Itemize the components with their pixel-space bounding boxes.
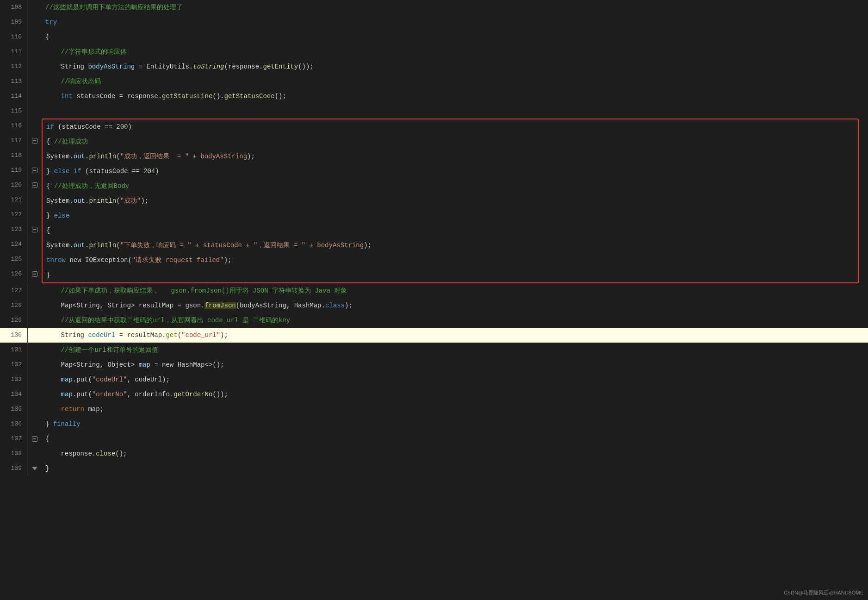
line-content-125: throw new IOException("请求失败 request fail… bbox=[43, 253, 858, 268]
ln-116: 116 bbox=[0, 119, 42, 133]
fold-icon-137[interactable] bbox=[32, 436, 37, 442]
ln-119: 119 bbox=[0, 163, 42, 178]
gutter-124 bbox=[28, 237, 42, 252]
code-editor: 108 //这些就是对调用下单方法的响应结果的处理了 109 try 110 {… bbox=[0, 0, 868, 600]
gutter-119[interactable] bbox=[28, 163, 42, 178]
gutter-125 bbox=[28, 252, 42, 267]
line-num-113: 113 bbox=[0, 74, 28, 89]
line-content-126: } bbox=[43, 268, 858, 282]
line-num-122: 122 bbox=[0, 207, 28, 222]
code-line-112: 112 String bodyAsString = EntityUtils.to… bbox=[0, 59, 868, 74]
line-num-138: 138 bbox=[0, 446, 28, 461]
gutter-122 bbox=[28, 207, 42, 222]
gutter-123[interactable] bbox=[28, 222, 42, 237]
fold-icon-119[interactable] bbox=[32, 168, 37, 173]
gutter-133 bbox=[28, 372, 42, 387]
line-content-134: map.put("orderNo", orderInfo.getOrderNo(… bbox=[42, 387, 868, 402]
comment-108: //这些就是对调用下单方法的响应结果的处理了 bbox=[45, 4, 183, 11]
line-content-139: } bbox=[42, 461, 868, 476]
gutter-135 bbox=[28, 402, 42, 417]
code-line-131: 131 //创建一个url和订单号的返回值 bbox=[0, 343, 868, 357]
line-num-130: 130 bbox=[0, 328, 28, 343]
code-line-109: 109 try bbox=[0, 15, 868, 30]
line-num-132: 132 bbox=[0, 357, 28, 372]
fold-icon-120[interactable] bbox=[32, 182, 37, 188]
gutter-136 bbox=[28, 417, 42, 431]
gutter-113 bbox=[28, 74, 42, 89]
line-content-121: System.out.println("成功"); bbox=[43, 194, 858, 208]
gutter-120[interactable] bbox=[28, 178, 42, 193]
ln-126: 126 bbox=[0, 267, 42, 281]
gutter-112 bbox=[28, 59, 42, 74]
gutter-114 bbox=[28, 89, 42, 104]
line-content-116: if (statusCode == 200) bbox=[43, 119, 858, 134]
code-line-130: 130 String codeUrl = resultMap.get("code… bbox=[0, 328, 868, 343]
gutter-134 bbox=[28, 387, 42, 402]
gutter-137[interactable] bbox=[28, 431, 42, 446]
line-num-109: 109 bbox=[0, 15, 28, 30]
gutter-115 bbox=[28, 104, 42, 119]
gutter-108 bbox=[28, 0, 42, 15]
gutter-139[interactable] bbox=[28, 461, 42, 476]
line-num-123: 123 bbox=[0, 222, 28, 237]
kw-try: try bbox=[45, 19, 57, 26]
gutter-117[interactable] bbox=[28, 133, 42, 148]
line-num-135: 135 bbox=[0, 402, 28, 417]
gutter-129 bbox=[28, 313, 42, 328]
fold-icon-123[interactable] bbox=[32, 227, 37, 232]
line-num-139: 139 bbox=[0, 461, 28, 476]
line-content-120: { //处理成功，无返回Body bbox=[43, 179, 858, 194]
code-line-138: 138 response.close(); bbox=[0, 446, 868, 461]
code-line-139: 139 } bbox=[0, 461, 868, 476]
line-num-110: 110 bbox=[0, 30, 28, 44]
line-num-111: 111 bbox=[0, 44, 28, 59]
ln-117: 117 bbox=[0, 133, 42, 148]
line-num-118: 118 bbox=[0, 148, 28, 163]
code-line-136: 136 } finally bbox=[0, 417, 868, 431]
code-line-108: 108 //这些就是对调用下单方法的响应结果的处理了 bbox=[0, 0, 868, 15]
line-content-109: try bbox=[42, 15, 868, 30]
line-num-133: 133 bbox=[0, 372, 28, 387]
line-content-135: return map; bbox=[42, 402, 868, 417]
line-num-117: 117 bbox=[0, 133, 28, 148]
line-num-127: 127 bbox=[0, 283, 28, 298]
line-num-137: 137 bbox=[0, 431, 28, 446]
fold-icon-117[interactable] bbox=[32, 138, 37, 144]
gutter-138 bbox=[28, 446, 42, 461]
line-content-110: { bbox=[42, 30, 868, 44]
line-content-115 bbox=[42, 104, 868, 119]
line-num-114: 114 bbox=[0, 89, 28, 104]
code-line-110: 110 { bbox=[0, 30, 868, 44]
gutter-132 bbox=[28, 357, 42, 372]
line-num-115: 115 bbox=[0, 104, 28, 119]
code-line-129: 129 //从返回的结果中获取二维码的url，从官网看出 code_url 是 … bbox=[0, 313, 868, 328]
code-line-111: 111 //字符串形式的响应体 bbox=[0, 44, 868, 59]
triangle-icon-139 bbox=[32, 467, 37, 470]
line-num-112: 112 bbox=[0, 59, 28, 74]
line-num-134: 134 bbox=[0, 387, 28, 402]
gutter-128 bbox=[28, 298, 42, 313]
gutter-109 bbox=[28, 15, 42, 30]
line-num-131: 131 bbox=[0, 343, 28, 357]
fromjson-highlight: fromJson bbox=[205, 302, 236, 309]
line-num-119: 119 bbox=[0, 163, 28, 178]
gutter-111 bbox=[28, 44, 42, 59]
red-box-container: 116 117 118 119 120 bbox=[0, 119, 868, 283]
gutter-126[interactable] bbox=[28, 267, 42, 281]
gutter-116 bbox=[28, 119, 42, 133]
line-content-117: { //处理成功 bbox=[43, 134, 858, 149]
code-line-134: 134 map.put("orderNo", orderInfo.getOrde… bbox=[0, 387, 868, 402]
line-num-128: 128 bbox=[0, 298, 28, 313]
line-content-128: Map<String, String> resultMap = gson.fro… bbox=[42, 298, 868, 313]
line-content-124: System.out.println("下单失败，响应码 = " + statu… bbox=[43, 238, 858, 253]
ln-122: 122 bbox=[0, 207, 42, 222]
line-content-137: { bbox=[42, 431, 868, 446]
fold-icon-126[interactable] bbox=[32, 271, 37, 277]
code-line-137: 137 { bbox=[0, 431, 868, 446]
line-content-122: } else bbox=[43, 208, 858, 223]
line-content-113: //响应状态码 bbox=[42, 74, 868, 89]
line-content-119: } else if (statusCode == 204) bbox=[43, 164, 858, 179]
line-content-138: response.close(); bbox=[42, 446, 868, 461]
red-box-left: 116 117 118 119 120 bbox=[0, 119, 42, 283]
line-num-136: 136 bbox=[0, 417, 28, 431]
